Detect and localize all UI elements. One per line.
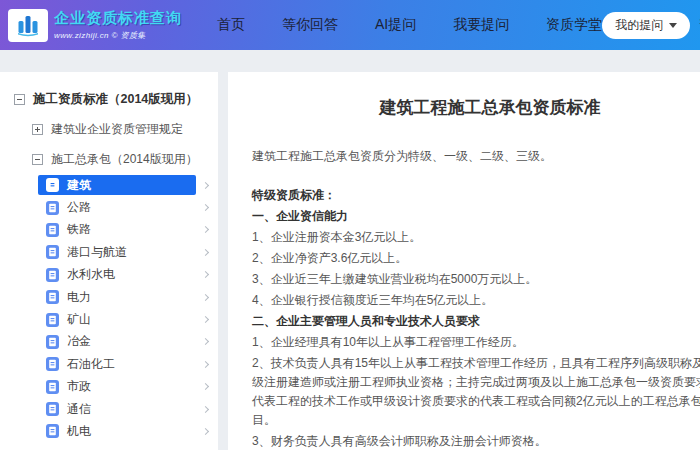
sidebar-item-municipal[interactable]: 市政	[38, 376, 208, 398]
nav-ai-question[interactable]: AI提问	[375, 16, 416, 34]
collapse-minus-icon[interactable]	[14, 94, 25, 105]
my-questions-button[interactable]: 我的提问	[602, 12, 690, 39]
nav-home[interactable]: 首页	[217, 16, 245, 34]
content-area: 施工资质标准（2014版现用） 建筑业企业资质管理规定 施工总承包（2014版现…	[0, 72, 700, 450]
document-icon	[46, 290, 59, 304]
doc-item: 2、技术负责人具有15年以上从事工程技术管理工作经历，且具有工程序列高级职称及一…	[252, 354, 700, 430]
chevron-right-icon	[202, 406, 209, 413]
document-icon	[46, 402, 59, 416]
page-title: 建筑工程施工总承包资质标准	[252, 96, 700, 119]
main-nav: 首页 等你回答 AI提问 我要提问 资质学堂	[217, 16, 602, 34]
document-icon	[46, 357, 59, 371]
document-icon	[46, 380, 59, 394]
site-title: 企业资质标准查询	[54, 9, 182, 28]
my-questions-label: 我的提问	[615, 17, 663, 34]
chevron-right-icon	[202, 428, 209, 435]
sidebar-item-metallurgy[interactable]: 冶金	[38, 331, 208, 353]
chevron-right-icon	[202, 182, 209, 189]
caret-down-icon	[669, 23, 677, 28]
doc-item: 1、企业经理具有10年以上从事工程管理工作经历。	[252, 333, 700, 352]
tree-group-general-contracting[interactable]: 施工总承包（2014版现用）	[0, 144, 218, 174]
chevron-right-icon	[202, 316, 209, 323]
sidebar-item-electric-power[interactable]: 电力	[38, 286, 208, 308]
chevron-right-icon	[202, 361, 209, 368]
site-logo[interactable]: 企业资质标准查询 www.zizhiji.cn © 资质集	[8, 9, 182, 42]
tree-group-management-rules[interactable]: 建筑业企业资质管理规定	[0, 114, 218, 144]
header-right-section: 我的提问 请登录	[602, 12, 700, 39]
chevron-right-icon	[202, 226, 209, 233]
doc-item: 3、财务负责人具有高级会计师职称及注册会计师资格。	[252, 432, 700, 450]
site-subtitle: www.zizhiji.cn © 资质集	[54, 30, 182, 41]
chevron-right-icon	[202, 204, 209, 211]
sidebar-item-building[interactable]: 建筑	[38, 174, 208, 196]
chevron-right-icon	[202, 294, 209, 301]
doc-item: 2、企业净资产3.6亿元以上。	[252, 249, 700, 268]
tree-group-label: 施工总承包（2014版现用）	[51, 151, 198, 168]
document-body: 建筑工程施工总承包资质分为特级、一级、二级、三级。 特级资质标准： 一、企业资信…	[252, 147, 700, 450]
main-panel: 建筑工程施工总承包资质标准 建筑工程施工总承包资质分为特级、一级、二级、三级。 …	[228, 72, 700, 450]
nav-waiting-answers[interactable]: 等你回答	[282, 16, 338, 34]
document-icon	[46, 223, 59, 237]
document-icon	[46, 335, 59, 349]
sidebar-item-mining[interactable]: 矿山	[38, 308, 208, 330]
logo-text-block: 企业资质标准查询 www.zizhiji.cn © 资质集	[54, 9, 182, 41]
sidebar-tree: 施工资质标准（2014版现用） 建筑业企业资质管理规定 施工总承包（2014版现…	[0, 72, 218, 450]
nav-qualification-school[interactable]: 资质学堂	[546, 16, 602, 34]
chevron-right-icon	[202, 383, 209, 390]
document-icon	[46, 201, 59, 215]
nav-ask-question[interactable]: 我要提问	[453, 16, 509, 34]
sidebar-item-communication[interactable]: 通信	[38, 398, 208, 420]
logo-building-icon	[8, 9, 48, 42]
document-icon	[46, 245, 59, 259]
doc-item: 1、企业注册资本金3亿元以上。	[252, 228, 700, 247]
top-header: 企业资质标准查询 www.zizhiji.cn © 资质集 首页 等你回答 AI…	[0, 0, 700, 50]
document-icon	[46, 424, 59, 438]
document-icon	[46, 268, 59, 282]
doc-item: 4、企业银行授信额度近三年均在5亿元以上。	[252, 291, 700, 310]
chevron-right-icon	[202, 249, 209, 256]
sidebar-item-water-conservancy[interactable]: 水利水电	[38, 264, 208, 286]
tree-root-construction-standards[interactable]: 施工资质标准（2014版现用）	[0, 84, 218, 114]
sidebar-item-railway[interactable]: 铁路	[38, 219, 208, 241]
doc-heading-personnel-requirements: 二、企业主要管理人员和专业技术人员要求	[252, 312, 700, 331]
sidebar-item-highway[interactable]: 公路	[38, 196, 208, 218]
sidebar-item-electromechanical[interactable]: 机电	[38, 420, 208, 442]
tree-root-label: 施工资质标准（2014版现用）	[33, 91, 198, 108]
sidebar-item-port-waterway[interactable]: 港口与航道	[38, 241, 208, 263]
document-icon	[46, 178, 59, 192]
chevron-right-icon	[202, 271, 209, 278]
expand-plus-icon[interactable]	[32, 124, 43, 135]
chevron-right-icon	[202, 338, 209, 345]
tree-group-label: 建筑业企业资质管理规定	[51, 121, 183, 138]
doc-heading-special-grade: 特级资质标准：	[252, 186, 700, 205]
doc-intro: 建筑工程施工总承包资质分为特级、一级、二级、三级。	[252, 147, 700, 166]
doc-heading-credit-ability: 一、企业资信能力	[252, 207, 700, 226]
doc-item: 3、企业近三年上缴建筑业营业税均在5000万元以上。	[252, 270, 700, 289]
collapse-minus-icon[interactable]	[32, 154, 43, 165]
sidebar-item-petrochemical[interactable]: 石油化工	[38, 353, 208, 375]
document-icon	[46, 313, 59, 327]
